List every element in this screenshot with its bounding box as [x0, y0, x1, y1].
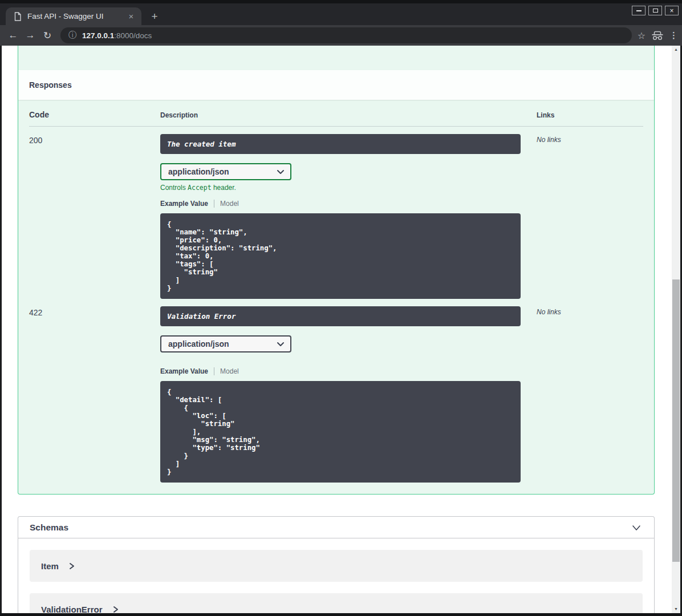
chevron-down-icon — [277, 169, 285, 175]
forward-icon[interactable]: → — [22, 30, 39, 41]
responses-title: Responses — [29, 80, 72, 90]
bookmark-star-icon[interactable]: ☆ — [638, 30, 646, 41]
chevron-right-icon — [113, 606, 119, 613]
tab-close-icon[interactable]: × — [125, 11, 137, 22]
url-path: :8000/docs — [114, 31, 152, 40]
page-favicon-icon — [14, 12, 22, 21]
minimize-button[interactable] — [632, 6, 646, 15]
response-row-422: 422 Validation Error application/json Ex… — [29, 299, 643, 483]
responses-section-header: Responses — [18, 70, 654, 100]
media-type-value: application/json — [168, 339, 229, 348]
response-description: Validation Error — [160, 306, 521, 326]
new-tab-button[interactable]: + — [147, 9, 162, 24]
example-model-tabs: Example Value Model — [160, 200, 521, 208]
toolbar-right: ☆ ⋮ — [638, 30, 676, 41]
tab-model[interactable]: Model — [214, 200, 239, 208]
media-type-value: application/json — [168, 167, 229, 176]
tab-bar: Fast API - Swagger UI × + × — [0, 3, 682, 25]
schema-item-row[interactable]: Item — [30, 550, 643, 582]
incognito-icon — [651, 31, 664, 40]
code-column-header: Code — [29, 110, 160, 119]
site-info-icon[interactable]: ⓘ — [68, 30, 76, 40]
post-operation-block: Responses Code Description Links 200 The… — [18, 46, 655, 495]
minimize-icon — [636, 10, 642, 11]
schemas-section: Schemas Item ValidationError — [18, 516, 655, 613]
responses-table: Code Description Links 200 The created i… — [18, 100, 654, 494]
scrollbar-down-icon[interactable]: ▼ — [672, 605, 680, 613]
back-icon[interactable]: ← — [5, 30, 22, 41]
schemas-header[interactable]: Schemas — [18, 517, 654, 538]
responses-table-head: Code Description Links — [29, 106, 643, 127]
schema-validationerror-row[interactable]: ValidationError — [30, 593, 643, 613]
tab-title: Fast API - Swagger UI — [27, 12, 125, 21]
response-code: 200 — [29, 134, 160, 299]
media-type-select[interactable]: application/json — [160, 335, 291, 352]
tab-example-value[interactable]: Example Value — [160, 200, 214, 208]
response-description-cell: The created item application/json Contro… — [160, 134, 521, 299]
maximize-button[interactable] — [648, 6, 662, 15]
response-row-200: 200 The created item application/json Co… — [29, 127, 643, 299]
schema-name: ValidationError — [41, 605, 103, 614]
response-description-cell: Validation Error application/json Exampl… — [160, 306, 521, 483]
media-type-select[interactable]: application/json — [160, 163, 291, 180]
example-model-tabs: Example Value Model — [160, 367, 521, 375]
address-bar[interactable]: ⓘ 127.0.0.1 :8000/docs — [60, 27, 632, 43]
browser-tab[interactable]: Fast API - Swagger UI × — [6, 7, 141, 25]
schemas-body: Item ValidationError — [18, 538, 654, 613]
close-button[interactable]: × — [665, 6, 679, 15]
swagger-page: Responses Code Description Links 200 The… — [2, 46, 680, 613]
maximize-icon — [653, 9, 658, 13]
response-description: The created item — [160, 134, 521, 154]
scrollbar-thumb[interactable] — [672, 279, 680, 562]
close-icon: × — [669, 7, 673, 14]
browser-menu-icon[interactable]: ⋮ — [669, 30, 676, 40]
reload-icon[interactable]: ↻ — [39, 30, 56, 42]
accept-note-suffix: header. — [212, 184, 236, 192]
window-controls: × — [632, 6, 679, 15]
scrollbar-up-icon[interactable]: ▲ — [672, 46, 680, 54]
response-code: 422 — [29, 306, 160, 483]
description-column-header: Description — [160, 111, 521, 119]
schemas-title: Schemas — [30, 522, 68, 533]
page-scrollbar[interactable]: ▲ ▼ — [672, 46, 680, 613]
accept-note-code: Accept — [188, 184, 212, 192]
tab-model[interactable]: Model — [214, 367, 239, 375]
browser-toolbar: ← → ↻ ⓘ 127.0.0.1 :8000/docs ☆ ⋮ — [0, 25, 682, 46]
chevron-down-icon — [277, 342, 285, 347]
chevron-right-icon — [69, 562, 75, 570]
tab-example-value[interactable]: Example Value — [160, 367, 214, 375]
response-links: No links — [521, 306, 643, 483]
schema-name: Item — [41, 561, 59, 571]
example-json-block: { "name": "string", "price": 0, "descrip… — [160, 213, 521, 299]
example-json-block: { "detail": [ { "loc": [ "string" ], "ms… — [160, 381, 521, 483]
opblock-top-padding — [18, 46, 654, 70]
url-host: 127.0.0.1 — [82, 31, 114, 40]
links-column-header: Links — [521, 111, 643, 119]
window-frame-bottom — [0, 613, 682, 616]
chevron-down-icon[interactable] — [630, 521, 643, 534]
accept-note-prefix: Controls — [160, 184, 188, 192]
response-links: No links — [521, 134, 643, 299]
accept-header-note: Controls Accept header. — [160, 184, 521, 192]
window-frame-left — [0, 46, 2, 616]
